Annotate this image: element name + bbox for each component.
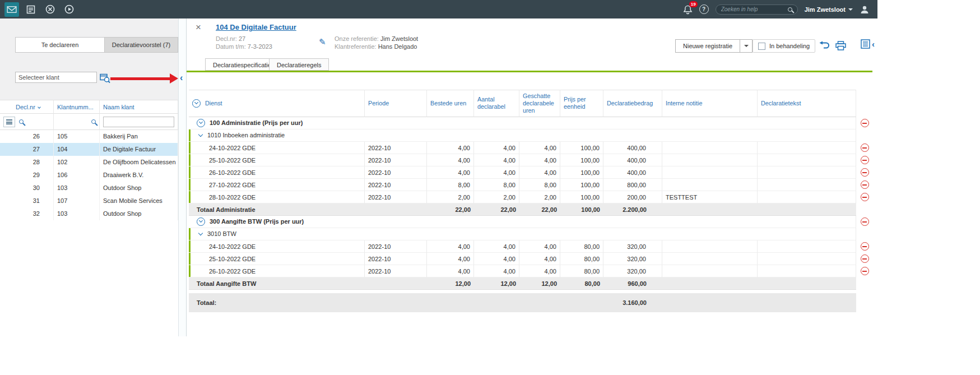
total-bedrag: 2.200,00 xyxy=(603,203,662,216)
cell-geschat: 4,00 xyxy=(519,154,560,166)
filter-menu-button[interactable] xyxy=(3,117,15,127)
client-row[interactable]: 30103Outdoor Shop xyxy=(0,182,178,195)
client-row[interactable]: 27104De Digitale Factuur xyxy=(0,143,178,156)
grand-total-label: Totaal: xyxy=(189,293,427,312)
cell-periode: 2022-10 xyxy=(365,191,427,203)
declaration-line-row[interactable]: 27-10-2022 GDE2022-108,008,008,00100,008… xyxy=(189,179,873,191)
tab-declaratieregels[interactable]: Declaratieregels xyxy=(269,58,329,71)
total-empty xyxy=(662,277,856,290)
client-row[interactable]: 26105Bakkerij Pan xyxy=(0,130,178,143)
close-icon[interactable]: × xyxy=(196,22,201,33)
nieuwe-registratie-dropdown[interactable] xyxy=(740,39,753,53)
column-declaratietekst[interactable]: Declaratietekst xyxy=(758,90,856,117)
edit-icon[interactable]: ✎ xyxy=(319,37,326,47)
cell-notitie xyxy=(662,154,758,166)
cell-prijs: 100,00 xyxy=(560,142,603,154)
declaration-line-row[interactable]: 26-10-2022 GDE2022-104,004,004,00100,004… xyxy=(189,166,873,179)
open-side-panel-icon[interactable]: ‹ xyxy=(861,39,875,49)
select-client-input[interactable] xyxy=(15,72,97,83)
remove-line-icon[interactable] xyxy=(861,267,869,275)
client-row[interactable]: 29106Draaiwerk B.V. xyxy=(0,169,178,182)
search-icon[interactable] xyxy=(788,7,792,12)
declaration-line-row[interactable]: 25-10-2022 GDE2022-104,004,004,00100,004… xyxy=(189,154,873,166)
name-filter-input[interactable] xyxy=(103,117,174,127)
cell-aantal: 4,00 xyxy=(474,253,519,265)
play-circle-icon[interactable] xyxy=(62,2,76,17)
document-icon[interactable] xyxy=(24,2,38,17)
client-row[interactable]: 28102De Olijfboom Delicatessen xyxy=(0,156,178,169)
notifications-button[interactable]: 19 xyxy=(683,4,693,15)
undo-icon[interactable] xyxy=(819,41,830,49)
cell-periode: 2022-10 xyxy=(365,265,427,277)
nieuwe-registratie-button[interactable]: Nieuwe registratie xyxy=(675,39,740,53)
column-aantal-declarabel[interactable]: Aantal declarabel xyxy=(474,90,519,117)
checkbox-icon[interactable] xyxy=(758,43,765,50)
remove-line-icon[interactable] xyxy=(861,143,869,152)
section-total-row: Totaal Administratie22,0022,0022,00100,0… xyxy=(189,203,873,216)
tab-te-declareren[interactable]: Te declareren xyxy=(15,37,105,53)
remove-line-icon[interactable] xyxy=(861,168,869,177)
cell-aantal: 4,00 xyxy=(474,265,519,277)
remove-line-icon[interactable] xyxy=(861,217,869,226)
record-title-link[interactable]: 104 De Digitale Factuur xyxy=(216,23,296,31)
remove-line-icon[interactable] xyxy=(861,242,869,251)
topbar: 19 ? Jim Zwetsloot xyxy=(0,0,877,18)
declaration-line-row[interactable]: 25-10-2022 GDE2022-104,004,004,0080,0032… xyxy=(189,253,873,265)
declaration-line-row[interactable]: 28-10-2022 GDE2022-102,002,002,00100,002… xyxy=(189,191,873,203)
printer-icon[interactable] xyxy=(835,41,846,50)
tab-declaratievoorstel[interactable]: Declaratievoorstel (7) xyxy=(105,37,178,53)
total-label: Totaal Aangifte BTW xyxy=(189,277,427,290)
remove-line-icon[interactable] xyxy=(861,119,869,127)
panel-splitter[interactable]: ‹ xyxy=(178,18,187,336)
expand-all-icon[interactable] xyxy=(192,99,201,108)
client-lookup-icon[interactable] xyxy=(99,72,110,84)
collapse-group-icon[interactable] xyxy=(197,119,205,127)
row-gutter xyxy=(856,117,873,129)
column-periode[interactable]: Periode xyxy=(365,90,427,117)
user-menu[interactable]: Jim Zwetsloot xyxy=(805,6,853,13)
cell-notitie xyxy=(662,240,758,253)
client-row[interactable]: 32103Outdoor Shop xyxy=(0,207,178,220)
help-search-input[interactable] xyxy=(721,6,784,12)
in-behandeling-control[interactable]: In behandeling xyxy=(753,39,815,53)
datum-meta: Datum t/m: 7-3-2023 xyxy=(216,43,272,50)
collapse-subgroup-icon[interactable] xyxy=(198,132,203,137)
remove-line-icon[interactable] xyxy=(861,156,869,164)
collapse-group-icon[interactable] xyxy=(197,217,205,226)
column-header-naam-klant[interactable]: Naam klant xyxy=(100,100,178,114)
collapse-panel-icon[interactable]: ‹ xyxy=(180,73,183,82)
remove-line-icon[interactable] xyxy=(861,254,869,263)
decl-nr-meta: Decl.nr: 27 xyxy=(216,35,245,42)
mail-icon[interactable] xyxy=(4,2,19,17)
column-declaratiebedrag[interactable]: Declaratiebedrag xyxy=(603,90,662,117)
cell-periode: 2022-10 xyxy=(365,179,427,191)
declaration-line-row[interactable]: 24-10-2022 GDE2022-104,004,004,0080,0032… xyxy=(189,240,873,253)
column-label: Dienst xyxy=(205,100,222,107)
column-geschatte-declarabele-uren[interactable]: Geschatte declarabele uren xyxy=(519,90,560,117)
decl-nr-label: Decl.nr: xyxy=(216,35,237,42)
column-header-klantnummer[interactable]: Klantnumm... xyxy=(54,100,100,114)
cell-aantal: 8,00 xyxy=(474,179,519,191)
collapse-subgroup-icon[interactable] xyxy=(198,231,203,235)
declaration-line-row[interactable]: 24-10-2022 GDE2022-104,004,004,00100,004… xyxy=(189,142,873,154)
column-interne-notitie[interactable]: Interne notitie xyxy=(662,90,758,117)
remove-line-icon[interactable] xyxy=(861,180,869,189)
column-prijs-per-eenheid[interactable]: Prijs per eenheid xyxy=(560,90,603,117)
search-icon[interactable] xyxy=(91,119,96,124)
cell-notitie xyxy=(662,142,758,154)
page: 19 ? Jim Zwetsloot Te declareren xyxy=(0,0,980,375)
cell-tekst xyxy=(758,240,856,253)
column-dienst[interactable]: Dienst xyxy=(189,90,365,117)
declaration-line-row[interactable]: 26-10-2022 GDE2022-104,004,004,0080,0032… xyxy=(189,265,873,277)
column-bestede-uren[interactable]: Bestede uren xyxy=(427,90,474,117)
help-icon[interactable]: ? xyxy=(699,4,709,14)
tab-declaratiespecificatie[interactable]: Declaratiespecificatie xyxy=(205,58,279,71)
close-circle-icon[interactable] xyxy=(43,2,57,17)
search-icon[interactable] xyxy=(19,119,24,124)
user-avatar[interactable] xyxy=(860,4,870,15)
total-geschat: 22,00 xyxy=(519,203,560,216)
column-header-declnr[interactable]: Decl.nr xyxy=(0,100,54,114)
client-row[interactable]: 31107Scan Mobile Services xyxy=(0,195,178,207)
onze-referentie-value: Jim Zwetsloot xyxy=(380,35,418,42)
remove-line-icon[interactable] xyxy=(861,193,869,201)
